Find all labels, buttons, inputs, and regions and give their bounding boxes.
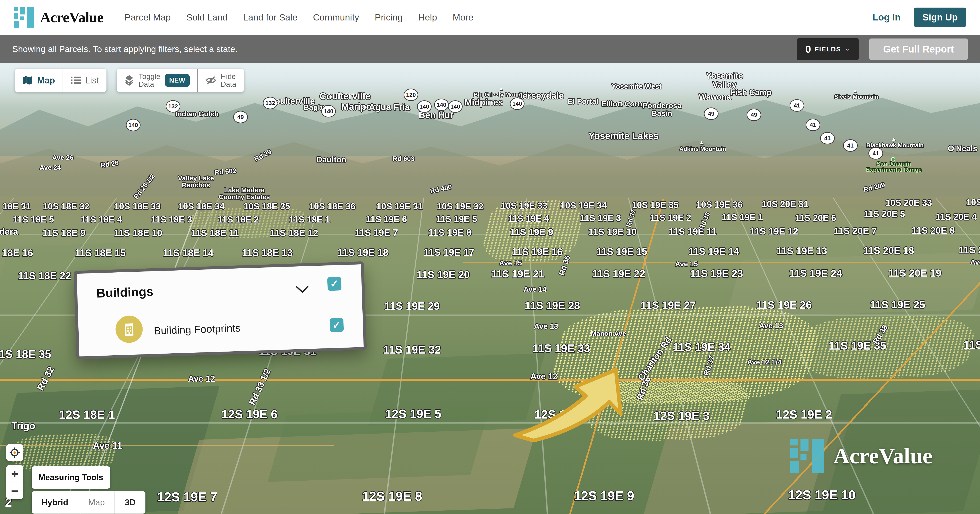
highlight-arrow-annotation bbox=[511, 367, 643, 443]
nav-item-pricing[interactable]: Pricing bbox=[375, 12, 403, 23]
map-list-toggle-group: Map List bbox=[15, 69, 107, 92]
layers-icon bbox=[124, 75, 134, 86]
building-icon bbox=[115, 315, 143, 343]
list-icon bbox=[71, 76, 81, 84]
filter-message: Showing all Parcels. To start applying f… bbox=[12, 44, 238, 54]
basemap-switcher: HybridMap3D bbox=[32, 491, 145, 514]
map-icon bbox=[22, 76, 33, 85]
geolocate-icon bbox=[9, 447, 20, 458]
nav-item-more[interactable]: More bbox=[453, 12, 473, 23]
data-toggle-group: Toggle Data NEW Hide Data bbox=[117, 69, 243, 92]
chevron-down-icon[interactable] bbox=[296, 280, 309, 293]
road-ave-15 bbox=[463, 262, 980, 263]
zoom-in-button[interactable]: + bbox=[6, 465, 23, 482]
fields-count: 0 bbox=[805, 43, 811, 55]
basemap-option-hybrid[interactable]: Hybrid bbox=[32, 491, 78, 514]
map-view-button[interactable]: Map bbox=[15, 69, 63, 92]
hide-data-label: Hide Data bbox=[221, 73, 236, 88]
building-footprints-checkbox[interactable]: ✓ bbox=[329, 318, 344, 332]
list-view-button[interactable]: List bbox=[63, 69, 107, 92]
zoom-controls: + − bbox=[6, 465, 23, 499]
acrevalue-logo[interactable]: AcreValue bbox=[14, 7, 103, 28]
buildings-group-checkbox[interactable]: ✓ bbox=[327, 277, 342, 291]
brand-name: AcreValue bbox=[40, 9, 103, 26]
log-in-link[interactable]: Log In bbox=[872, 12, 900, 23]
zoom-out-button[interactable]: − bbox=[6, 482, 23, 499]
get-full-report-button[interactable]: Get Full Report bbox=[869, 38, 968, 60]
geolocate-button[interactable] bbox=[6, 444, 23, 461]
acrevalue-watermark: AcreValue bbox=[790, 439, 932, 473]
basemap-option-map[interactable]: Map bbox=[78, 491, 115, 514]
toggle-data-button[interactable]: Toggle Data NEW bbox=[117, 69, 197, 92]
chevron-down-icon: ⌄ bbox=[845, 44, 850, 52]
basemap-option-3d[interactable]: 3D bbox=[115, 491, 145, 514]
road-ave-11 bbox=[0, 445, 334, 446]
nav-item-parcel-map[interactable]: Parcel Map bbox=[124, 12, 170, 23]
nav-item-land-for-sale[interactable]: Land for Sale bbox=[243, 12, 298, 23]
sign-up-button[interactable]: Sign Up bbox=[914, 8, 966, 27]
buildings-panel-title: Buildings bbox=[96, 284, 153, 300]
map-view-toolbar: Map List Toggle Data NEW Hide Data bbox=[15, 69, 244, 92]
main-nav: Parcel MapSold LandLand for SaleCommunit… bbox=[124, 12, 473, 23]
top-navbar: AcreValue Parcel MapSold LandLand for Sa… bbox=[0, 0, 980, 35]
hide-data-button[interactable]: Hide Data bbox=[198, 69, 244, 92]
new-badge: NEW bbox=[165, 74, 190, 87]
building-footprints-label: Building Footprints bbox=[154, 322, 241, 337]
measuring-tools-button[interactable]: Measuring Tools bbox=[32, 466, 110, 489]
eye-off-icon bbox=[205, 76, 216, 85]
buildings-layer-panel: Buildings ✓ Building Footprints ✓ bbox=[74, 262, 367, 360]
highway-ave-12 bbox=[0, 379, 980, 381]
fields-label: FIELDS bbox=[815, 45, 841, 53]
acrevalue-watermark-icon bbox=[790, 439, 824, 473]
nav-item-sold-land[interactable]: Sold Land bbox=[186, 12, 228, 23]
fields-dropdown[interactable]: 0 FIELDS ⌄ bbox=[797, 38, 859, 60]
filter-status-bar: Showing all Parcels. To start applying f… bbox=[0, 35, 980, 63]
nav-item-help[interactable]: Help bbox=[418, 12, 437, 23]
toggle-data-label: Toggle Data bbox=[138, 73, 160, 88]
nav-item-community[interactable]: Community bbox=[313, 12, 359, 23]
watermark-text: AcreValue bbox=[834, 443, 932, 469]
acrevalue-logo-icon bbox=[14, 7, 34, 28]
